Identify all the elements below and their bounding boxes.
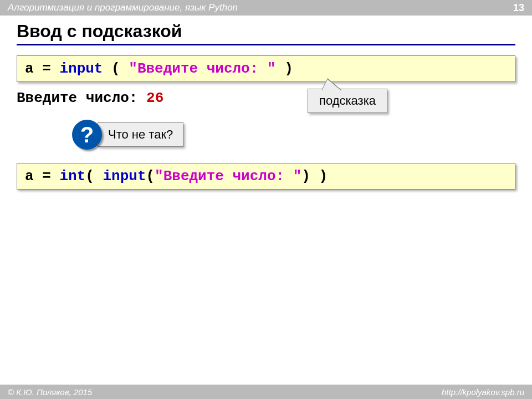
footer-copyright: © К.Ю. Поляков, 2015 [8, 387, 92, 397]
code-var: a [25, 168, 42, 185]
question-text-box: Что не так? [98, 122, 183, 147]
output-prompt: Введите число: [17, 90, 146, 106]
slide-title: Ввод с подсказкой [17, 21, 515, 45]
code-var: a [25, 60, 42, 77]
output-line: Введите число: 26 [17, 90, 515, 106]
code-func-input: input [59, 60, 111, 77]
code-paren: ( [146, 168, 155, 185]
code-paren: ( [85, 168, 103, 185]
code-paren: ) [276, 60, 293, 77]
footer-url: http://kpolyakov.spb.ru [442, 387, 524, 397]
code-block-2: a = int( input("Введите число: ") ) [17, 163, 515, 190]
code-paren: ( [111, 60, 129, 77]
question-text: Что не так? [108, 127, 173, 141]
code-string: "Введите число: " [129, 60, 275, 77]
page-number: 13 [513, 2, 524, 14]
code-paren: ) [310, 168, 328, 185]
code-string: "Введите число: " [155, 168, 301, 185]
header-bar: Алгоритмизация и программирование, язык … [0, 0, 532, 16]
question-mark-icon: ? [72, 120, 102, 150]
slide-content: Ввод с подсказкой a = input ( "Введите ч… [0, 16, 532, 190]
code-op: = [42, 168, 59, 185]
code-func-input: input [103, 168, 146, 185]
hint-callout: подсказка [308, 89, 387, 113]
code-func-int: int [59, 168, 85, 185]
question-row: ? Что не так? [72, 120, 515, 150]
code-block-1: a = input ( "Введите число: " ) [17, 55, 515, 82]
output-value: 26 [146, 90, 163, 106]
code-paren: ) [301, 168, 310, 185]
code-op: = [42, 60, 59, 77]
footer-bar: © К.Ю. Поляков, 2015 http://kpolyakov.sp… [0, 385, 532, 399]
header-title: Алгоритмизация и программирование, язык … [8, 2, 238, 13]
hint-label: подсказка [319, 94, 376, 108]
question-mark: ? [80, 122, 94, 147]
hint-callout-wrap: подсказка [308, 89, 387, 113]
